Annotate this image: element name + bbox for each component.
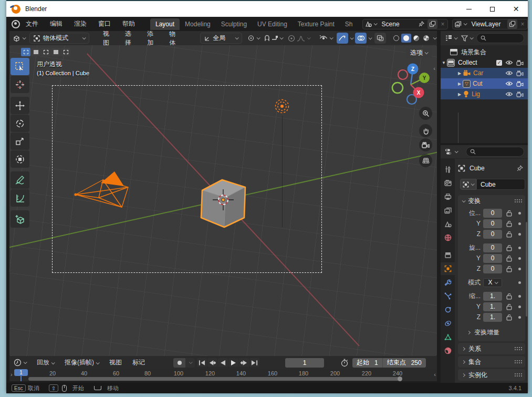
tab-modifiers[interactable] (441, 276, 455, 289)
tool-measure[interactable] (11, 189, 29, 207)
play-button[interactable] (228, 358, 238, 367)
loc-x-field[interactable]: 0 (483, 209, 502, 218)
pan-hand-button[interactable] (419, 124, 432, 137)
tool-add-cube[interactable] (11, 210, 29, 228)
proportional-editing-icon[interactable] (288, 35, 295, 42)
outliner-search-input[interactable] (476, 33, 524, 43)
auto-key-dropdown[interactable] (185, 358, 195, 368)
menu-file[interactable]: 文件 (20, 17, 44, 31)
lock-open-icon[interactable] (504, 231, 514, 238)
ruler-left-arrow[interactable]: › (11, 371, 13, 378)
transform-orientation[interactable]: 全局 (200, 33, 243, 44)
menu-markers[interactable]: 标记 (127, 358, 150, 367)
animate-dot[interactable] (518, 233, 521, 236)
jump-to-end-button[interactable] (249, 358, 259, 367)
tool-rotate[interactable] (11, 115, 29, 132)
tool-select-box[interactable] (11, 58, 29, 75)
hide-eye-icon[interactable] (505, 81, 513, 86)
tab-physics[interactable] (441, 303, 455, 316)
drag-handle-icon[interactable] (514, 373, 522, 377)
viewport-options-button[interactable]: 选项 (406, 48, 432, 58)
unlink-scene-icon[interactable]: × (439, 21, 447, 28)
tab-layout[interactable]: Layout (150, 18, 180, 30)
prev-keyframe-button[interactable] (207, 358, 217, 367)
timeline-ruler[interactable]: 20 40 60 80 100 120 140 160 180 200 220 … (9, 369, 437, 381)
play-reverse-button[interactable] (218, 358, 228, 367)
jump-to-start-button[interactable] (197, 358, 207, 367)
menu-object[interactable]: 物体 (164, 29, 186, 47)
tab-render[interactable] (441, 177, 455, 189)
tab-scene[interactable] (441, 218, 455, 230)
outliner-row-collection[interactable]: ▼ Collect ✓ (441, 57, 528, 68)
lock-open-icon[interactable] (504, 210, 514, 217)
animate-dot[interactable] (518, 316, 521, 319)
expand-triangle-icon[interactable]: ▶ (456, 92, 463, 97)
tab-world[interactable] (441, 231, 455, 244)
hide-eye-icon[interactable] (505, 91, 513, 97)
editor-type-properties-icon[interactable] (445, 148, 457, 155)
tab-collection-props[interactable] (441, 249, 455, 261)
tab-output[interactable] (441, 190, 455, 203)
maximize-button[interactable] (481, 1, 504, 17)
new-viewlayer-icon[interactable] (507, 19, 517, 29)
playhead[interactable]: 1 (14, 369, 28, 376)
end-frame-field[interactable]: 结束点250 (383, 358, 426, 368)
collapse-triangle-icon[interactable]: ▼ (441, 60, 447, 65)
scene-name[interactable]: Scene (379, 21, 416, 28)
menu-edit[interactable]: 编辑 (44, 17, 68, 31)
outliner-display-mode-icon[interactable] (445, 35, 457, 42)
scale-x-field[interactable]: 1. (483, 292, 502, 301)
expand-triangle-icon[interactable]: ▶ (456, 82, 463, 86)
viewlayer-name[interactable]: ViewLayer (468, 21, 506, 28)
lock-open-icon[interactable] (504, 255, 514, 262)
camera-view-button[interactable] (419, 138, 432, 151)
properties-search-input[interactable] (466, 147, 524, 157)
menu-view[interactable]: 视图 (98, 29, 120, 47)
blender-menu-icon[interactable] (12, 20, 20, 28)
snap-magnet-icon[interactable] (264, 35, 270, 42)
navigation-gizmo[interactable]: Z Y X (389, 62, 433, 106)
editor-type-3dview-icon[interactable] (13, 35, 25, 42)
select-mode-new[interactable] (21, 48, 30, 56)
menu-add[interactable]: 添加 (142, 29, 164, 47)
lock-open-icon[interactable] (504, 220, 514, 227)
zoom-button[interactable] (419, 107, 432, 120)
lock-open-icon[interactable] (504, 303, 514, 310)
rot-x-field[interactable]: 0 (483, 243, 502, 252)
mode-selector[interactable]: 物体模式 (29, 33, 89, 44)
light-object[interactable] (272, 96, 293, 117)
lock-open-icon[interactable] (504, 293, 514, 300)
animate-dot[interactable] (518, 247, 521, 249)
select-mode-extend[interactable] (31, 48, 40, 56)
tab-object-data[interactable] (441, 331, 455, 343)
remove-viewlayer-icon[interactable]: × (518, 21, 527, 28)
rot-z-field[interactable]: 0 (483, 264, 502, 273)
tool-transform[interactable] (11, 150, 29, 168)
outliner-filter-icon[interactable] (461, 35, 473, 42)
snap-target-icon[interactable] (272, 35, 283, 42)
tab-tool[interactable] (441, 163, 455, 176)
xray-toggle[interactable] (374, 33, 386, 44)
lock-open-icon[interactable] (504, 314, 514, 321)
tab-particles[interactable] (441, 290, 455, 302)
hide-eye-icon[interactable] (505, 70, 513, 76)
next-keyframe-button[interactable] (239, 358, 249, 367)
animate-dot[interactable] (518, 212, 521, 215)
breadcrumb-object[interactable]: Cube (470, 165, 485, 172)
outliner-row-scene-collection[interactable]: 场景集合 (441, 47, 528, 57)
rot-y-field[interactable]: 0 (483, 254, 502, 263)
timeline-scrollbar[interactable] (28, 377, 400, 381)
start-frame-field[interactable]: 起始1 (352, 358, 383, 368)
new-scene-icon[interactable] (427, 19, 437, 29)
loc-y-field[interactable]: 0 (483, 219, 502, 228)
disable-render-camera-icon[interactable] (516, 91, 524, 97)
shading-rendered-icon[interactable] (421, 34, 431, 43)
tab-uv-editing[interactable]: UV Editing (252, 18, 293, 30)
drag-handle-icon[interactable] (514, 360, 522, 364)
scrollbar-knob[interactable] (398, 376, 402, 381)
orthographic-toggle-button[interactable] (419, 154, 432, 167)
show-overlays-toggle[interactable] (355, 33, 367, 44)
sidebar-collapse-arrow[interactable]: ‹ (433, 65, 435, 72)
viewlayer-icon[interactable] (453, 19, 468, 29)
current-frame-field[interactable]: 1 (285, 358, 324, 368)
